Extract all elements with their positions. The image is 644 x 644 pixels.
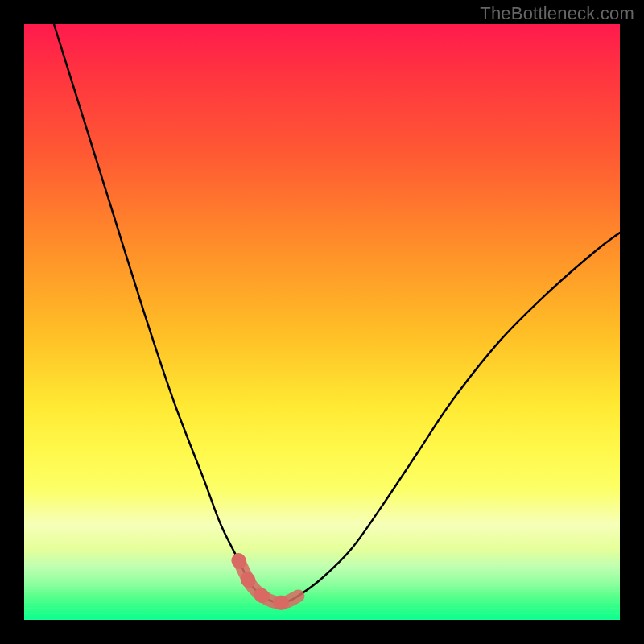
curve-layer	[54, 24, 620, 603]
watermark-text: TheBottleneck.com	[480, 3, 634, 24]
bottleneck-curve	[54, 24, 620, 603]
plot-area	[24, 24, 620, 620]
highlight-layer	[238, 560, 298, 603]
chart-stage: TheBottleneck.com	[0, 0, 644, 644]
chart-svg	[24, 24, 620, 620]
